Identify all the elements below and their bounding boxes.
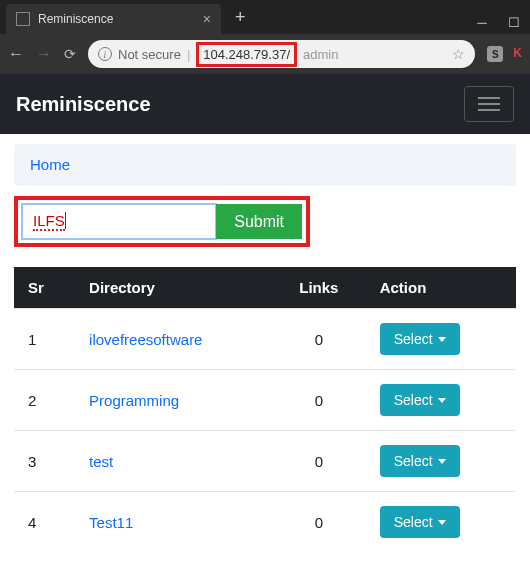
chevron-down-icon: [438, 459, 446, 464]
col-directory: Directory: [75, 267, 272, 309]
menu-toggle-button[interactable]: [464, 86, 514, 122]
back-button[interactable]: ←: [8, 45, 24, 63]
address-bar[interactable]: i Not secure | 104.248.79.37/ admin ☆: [88, 40, 475, 68]
forward-button[interactable]: →: [36, 45, 52, 63]
new-tab-button[interactable]: +: [235, 7, 246, 28]
page-content: Home ILFS Submit Sr Directory Links Acti…: [0, 134, 530, 562]
cell-links: 0: [272, 492, 366, 553]
security-label: Not secure: [118, 47, 181, 62]
maximize-icon[interactable]: ☐: [498, 10, 530, 34]
cell-sr: 1: [14, 309, 75, 370]
url-host-highlight: 104.248.79.37/: [196, 42, 297, 67]
col-action: Action: [366, 267, 516, 309]
browser-toolbar: ← → ⟳ i Not secure | 104.248.79.37/ admi…: [0, 34, 530, 74]
directory-table: Sr Directory Links Action 1 ilovefreesof…: [14, 267, 516, 552]
directory-link[interactable]: ilovefreesoftware: [89, 331, 202, 348]
table-row: 2 Programming 0 Select: [14, 370, 516, 431]
directory-form: ILFS Submit: [14, 196, 310, 247]
table-header-row: Sr Directory Links Action: [14, 267, 516, 309]
tab-favicon: [16, 12, 30, 26]
brand-title[interactable]: Reminiscence: [16, 93, 151, 116]
col-sr: Sr: [14, 267, 75, 309]
table-row: 4 Test11 0 Select: [14, 492, 516, 553]
url-host: 104.248.79.37/: [203, 47, 290, 62]
select-button[interactable]: Select: [380, 506, 460, 538]
extension-s-icon[interactable]: S: [487, 46, 503, 62]
url-divider: |: [187, 47, 190, 62]
app-navbar: Reminiscence: [0, 74, 530, 134]
chevron-down-icon: [438, 337, 446, 342]
tab-title: Reminiscence: [38, 12, 113, 26]
breadcrumb-home-link[interactable]: Home: [30, 156, 70, 173]
table-row: 1 ilovefreesoftware 0 Select: [14, 309, 516, 370]
close-tab-icon[interactable]: ×: [203, 11, 211, 27]
chevron-down-icon: [438, 398, 446, 403]
extension-k-icon[interactable]: K: [513, 46, 522, 62]
select-button[interactable]: Select: [380, 384, 460, 416]
cell-sr: 3: [14, 431, 75, 492]
browser-tab[interactable]: Reminiscence ×: [6, 4, 221, 34]
window-controls: ─ ☐: [466, 10, 530, 34]
cell-sr: 4: [14, 492, 75, 553]
extension-icons: S K: [487, 46, 522, 62]
table-row: 3 test 0 Select: [14, 431, 516, 492]
directory-link[interactable]: Test11: [89, 514, 133, 531]
info-icon[interactable]: i: [98, 47, 112, 61]
breadcrumb: Home: [14, 144, 516, 186]
col-links: Links: [272, 267, 366, 309]
submit-button[interactable]: Submit: [216, 204, 302, 239]
cell-links: 0: [272, 309, 366, 370]
directory-name-input[interactable]: ILFS: [22, 204, 216, 239]
minimize-icon[interactable]: ─: [466, 10, 498, 34]
url-path: admin: [303, 47, 338, 62]
directory-link[interactable]: Programming: [89, 392, 179, 409]
select-button[interactable]: Select: [380, 323, 460, 355]
cell-links: 0: [272, 431, 366, 492]
browser-tab-strip: Reminiscence × + ─ ☐: [0, 0, 530, 34]
cell-links: 0: [272, 370, 366, 431]
chevron-down-icon: [438, 520, 446, 525]
bookmark-star-icon[interactable]: ☆: [452, 46, 465, 62]
cell-sr: 2: [14, 370, 75, 431]
directory-link[interactable]: test: [89, 453, 113, 470]
reload-button[interactable]: ⟳: [64, 46, 76, 62]
select-button[interactable]: Select: [380, 445, 460, 477]
